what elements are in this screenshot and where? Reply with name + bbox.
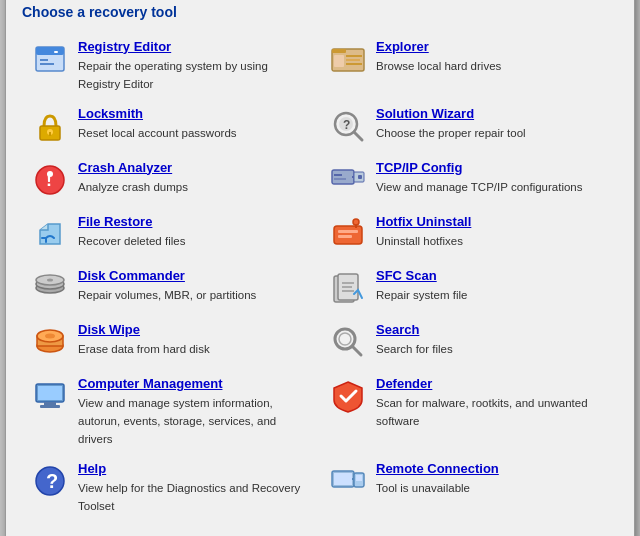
disk-wipe-link[interactable]: Disk Wipe (78, 322, 312, 337)
sfc-scan-link[interactable]: SFC Scan (376, 268, 610, 283)
svg-rect-27 (334, 178, 346, 180)
svg-rect-15 (49, 132, 51, 136)
tool-item-computer-management: Computer ManagementView and manage syste… (22, 369, 320, 454)
disk-commander-text: Disk CommanderRepair volumes, MBR, or pa… (78, 268, 312, 303)
svg-rect-11 (346, 59, 360, 61)
svg-rect-31 (338, 235, 352, 238)
sfc-scan-desc: Repair system file (376, 289, 467, 301)
sfc-scan-icon (328, 268, 368, 308)
explorer-text: ExplorerBrowse local hard drives (376, 39, 610, 74)
registry-editor-icon (30, 39, 70, 79)
solution-wizard-icon: ? (328, 106, 368, 146)
search-desc: Search for files (376, 343, 453, 355)
defender-icon (328, 376, 368, 416)
locksmith-desc: Reset local account passwords (78, 127, 237, 139)
tool-item-hotfix-uninstall: Hotfix UninstallUninstall hotfixes (320, 207, 618, 261)
svg-text:?: ? (343, 118, 350, 132)
page-heading: Choose a recovery tool (22, 4, 618, 20)
solution-wizard-desc: Choose the proper repair tool (376, 127, 526, 139)
solution-wizard-text: Solution WizardChoose the proper repair … (376, 106, 610, 141)
crash-analyzer-text: Crash AnalyzerAnalyze crash dumps (78, 160, 312, 195)
svg-point-22 (47, 171, 53, 177)
help-desc: View help for the Diagnostics and Recove… (78, 482, 300, 512)
tool-item-disk-commander: Disk CommanderRepair volumes, MBR, or pa… (22, 261, 320, 315)
sfc-scan-text: SFC ScanRepair system file (376, 268, 610, 303)
search-icon (328, 322, 368, 362)
registry-editor-link[interactable]: Registry Editor (78, 39, 312, 54)
tcpip-config-link[interactable]: TCP/IP Config (376, 160, 610, 175)
svg-point-46 (45, 333, 55, 338)
main-window: Diagnostics and Recovery Toolset — □ ✕ C… (5, 0, 635, 536)
svg-rect-23 (332, 170, 354, 184)
tool-item-registry-editor: Registry EditorRepair the operating syst… (22, 32, 320, 99)
file-restore-text: File RestoreRecover deleted files (78, 214, 312, 249)
file-restore-desc: Recover deleted files (78, 235, 185, 247)
defender-desc: Scan for malware, rootkits, and unwanted… (376, 397, 588, 427)
disk-commander-link[interactable]: Disk Commander (78, 268, 312, 283)
crash-analyzer-link[interactable]: Crash Analyzer (78, 160, 312, 175)
tool-item-tcpip-config: TCP/IP ConfigView and manage TCP/IP conf… (320, 153, 618, 207)
registry-editor-desc: Repair the operating system by using Reg… (78, 60, 268, 90)
svg-text:?: ? (46, 470, 58, 492)
svg-rect-26 (334, 174, 342, 176)
svg-rect-28 (358, 175, 362, 179)
svg-point-33 (353, 219, 359, 225)
svg-rect-30 (338, 230, 358, 233)
explorer-desc: Browse local hard drives (376, 60, 501, 72)
svg-rect-57 (334, 473, 352, 485)
tool-item-search: SearchSearch for files (320, 315, 618, 369)
svg-rect-6 (54, 51, 58, 53)
svg-rect-9 (334, 55, 344, 67)
svg-rect-3 (36, 47, 64, 55)
file-restore-link[interactable]: File Restore (78, 214, 312, 229)
tcpip-config-desc: View and manage TCP/IP configurations (376, 181, 583, 193)
svg-rect-51 (38, 386, 62, 400)
tool-item-explorer: ExplorerBrowse local hard drives (320, 32, 618, 99)
content-area: Choose a recovery tool Registry EditorRe… (6, 0, 634, 531)
search-text: SearchSearch for files (376, 322, 610, 357)
svg-rect-10 (346, 55, 362, 57)
tcpip-config-text: TCP/IP ConfigView and manage TCP/IP conf… (376, 160, 610, 195)
locksmith-icon (30, 106, 70, 146)
tool-item-sfc-scan: SFC ScanRepair system file (320, 261, 618, 315)
disk-wipe-desc: Erase data from hard disk (78, 343, 210, 355)
disk-wipe-text: Disk WipeErase data from hard disk (78, 322, 312, 357)
hotfix-uninstall-link[interactable]: Hotfix Uninstall (376, 214, 610, 229)
svg-rect-42 (342, 290, 354, 292)
help-link[interactable]: Help (78, 461, 312, 476)
svg-rect-4 (40, 59, 48, 61)
tool-item-locksmith: LocksmithReset local account passwords (22, 99, 320, 153)
defender-link[interactable]: Defender (376, 376, 610, 391)
tool-item-crash-analyzer: ! Crash AnalyzerAnalyze crash dumps (22, 153, 320, 207)
disk-commander-desc: Repair volumes, MBR, or partitions (78, 289, 256, 301)
remote-connection-text: Remote ConnectionTool is unavailable (376, 461, 610, 496)
defender-text: DefenderScan for malware, rootkits, and … (376, 376, 610, 429)
tool-item-remote-connection: Remote ConnectionTool is unavailable (320, 454, 618, 521)
remote-connection-icon (328, 461, 368, 501)
tool-item-solution-wizard: ? Solution WizardChoose the proper repai… (320, 99, 618, 153)
explorer-link[interactable]: Explorer (376, 39, 610, 54)
locksmith-link[interactable]: Locksmith (78, 106, 312, 121)
solution-wizard-link[interactable]: Solution Wizard (376, 106, 610, 121)
svg-rect-41 (342, 286, 352, 288)
remote-connection-desc: Tool is unavailable (376, 482, 470, 494)
svg-rect-59 (356, 475, 362, 481)
hotfix-uninstall-icon (328, 214, 368, 254)
search-link[interactable]: Search (376, 322, 610, 337)
hotfix-uninstall-text: Hotfix UninstallUninstall hotfixes (376, 214, 610, 249)
svg-line-17 (354, 132, 362, 140)
help-icon: ? (30, 461, 70, 501)
tools-grid: Registry EditorRepair the operating syst… (22, 32, 618, 521)
computer-management-icon (30, 376, 70, 416)
computer-management-text: Computer ManagementView and manage syste… (78, 376, 312, 447)
disk-wipe-icon (30, 322, 70, 362)
tool-item-file-restore: File RestoreRecover deleted files (22, 207, 320, 261)
svg-point-49 (339, 333, 351, 345)
computer-management-link[interactable]: Computer Management (78, 376, 312, 391)
tcpip-config-icon (328, 160, 368, 200)
remote-connection-link[interactable]: Remote Connection (376, 461, 610, 476)
svg-rect-40 (342, 282, 354, 284)
svg-rect-53 (40, 405, 60, 408)
crash-analyzer-desc: Analyze crash dumps (78, 181, 188, 193)
computer-management-desc: View and manage system information, auto… (78, 397, 276, 445)
